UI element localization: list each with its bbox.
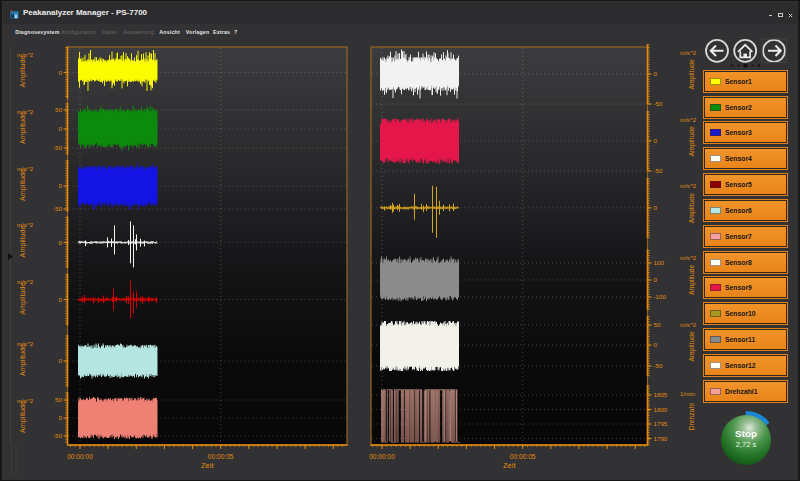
svg-text:Amplitude: Amplitude xyxy=(688,59,696,89)
svg-text:0: 0 xyxy=(59,125,63,132)
svg-text:Amplitude: Amplitude xyxy=(688,265,696,295)
svg-text:Amplitude: Amplitude xyxy=(18,401,27,433)
svg-text:100: 100 xyxy=(654,259,665,266)
svg-text:Amplitude: Amplitude xyxy=(18,283,27,315)
svg-text:Amplitude: Amplitude xyxy=(688,193,696,223)
svg-text:00:00:05: 00:00:05 xyxy=(208,453,234,460)
svg-text:1805: 1805 xyxy=(654,391,668,398)
svg-text:0: 0 xyxy=(59,414,63,421)
svg-text:50: 50 xyxy=(55,396,62,403)
svg-text:Drehzahl: Drehzahl xyxy=(688,403,695,431)
svg-text:0: 0 xyxy=(654,70,658,77)
svg-text:0: 0 xyxy=(59,239,63,246)
svg-text:00:00:00: 00:00:00 xyxy=(369,453,395,460)
svg-text:Amplitude: Amplitude xyxy=(18,169,27,201)
svg-text:m/s^2: m/s^2 xyxy=(680,254,697,261)
svg-text:m/s^2: m/s^2 xyxy=(680,49,697,56)
svg-text:0: 0 xyxy=(654,137,658,144)
svg-text:50: 50 xyxy=(654,321,661,328)
svg-text:-50: -50 xyxy=(53,432,63,439)
svg-text:0: 0 xyxy=(59,182,63,189)
svg-text:-100: -100 xyxy=(654,293,667,300)
svg-text:Zeit: Zeit xyxy=(503,461,516,470)
svg-text:Amplitude: Amplitude xyxy=(18,344,27,376)
svg-text:0: 0 xyxy=(59,296,63,303)
svg-text:50: 50 xyxy=(55,106,62,113)
svg-text:Amplitude: Amplitude xyxy=(688,126,696,156)
svg-text:0: 0 xyxy=(59,357,63,364)
svg-text:Zeit: Zeit xyxy=(201,461,214,470)
svg-text:-50: -50 xyxy=(654,100,664,107)
svg-text:m/s^2: m/s^2 xyxy=(680,182,697,189)
svg-text:1790: 1790 xyxy=(654,435,668,442)
svg-text:-50: -50 xyxy=(654,362,664,369)
svg-text:00:00:05: 00:00:05 xyxy=(510,453,536,460)
svg-text:m/s^2: m/s^2 xyxy=(680,321,697,328)
svg-text:00:00:00: 00:00:00 xyxy=(67,453,93,460)
svg-text:0: 0 xyxy=(59,69,63,76)
svg-text:-50: -50 xyxy=(654,167,664,174)
svg-text:1800: 1800 xyxy=(654,406,668,413)
svg-text:Amplitude: Amplitude xyxy=(18,112,27,144)
svg-text:0: 0 xyxy=(654,276,658,283)
svg-text:m/s^2: m/s^2 xyxy=(680,116,697,123)
svg-text:0: 0 xyxy=(654,204,658,211)
svg-text:Amplitude: Amplitude xyxy=(18,56,27,88)
svg-text:0: 0 xyxy=(654,341,658,348)
svg-text:Amplitude: Amplitude xyxy=(688,331,696,361)
svg-text:-50: -50 xyxy=(53,144,63,151)
svg-text:1/min: 1/min xyxy=(680,390,696,397)
svg-text:-50: -50 xyxy=(53,205,63,212)
svg-text:1795: 1795 xyxy=(654,420,668,427)
svg-text:Amplitude: Amplitude xyxy=(18,225,27,257)
